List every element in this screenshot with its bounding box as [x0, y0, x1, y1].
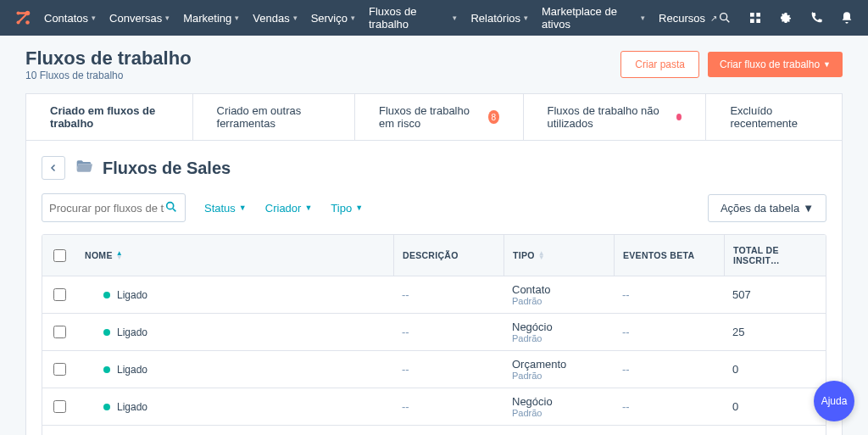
nav-item[interactable]: Conversas▾	[109, 5, 170, 31]
header-name[interactable]: NOME▲▼	[76, 235, 393, 276]
cell-total: 0	[724, 356, 826, 382]
page-title: Fluxos de trabalho	[25, 47, 192, 70]
chevron-down-icon: ▼	[823, 60, 831, 69]
status-dot-icon	[103, 329, 110, 336]
status-label: Ligado	[117, 401, 147, 413]
breadcrumb: Fluxos de Sales	[42, 156, 826, 180]
cell-total: 25	[724, 319, 826, 345]
cell-desc: --	[393, 282, 504, 308]
sort-icon: ▲▼	[538, 251, 545, 259]
header-checkbox-cell	[42, 235, 76, 276]
gear-icon[interactable]	[778, 10, 793, 25]
nav-item[interactable]: Contatos▾	[44, 5, 96, 31]
cell-events: --	[614, 431, 724, 435]
folder-title: Fluxos de Sales	[103, 159, 231, 178]
chevron-down-icon: ▾	[165, 14, 170, 22]
table-row[interactable]: Ligado -- Orçamento Padrão -- 0	[42, 351, 826, 388]
header-events[interactable]: EVENTOS BETA	[614, 235, 724, 276]
nav-item[interactable]: Vendas▾	[253, 5, 297, 31]
filter-dropdown[interactable]: Criador▼	[265, 202, 313, 215]
marketplace-icon[interactable]	[748, 10, 763, 25]
header-type[interactable]: TIPO▲▼	[504, 235, 614, 276]
tab[interactable]: Fluxos de trabalho em risco8	[355, 94, 524, 140]
cell-type: Contato Padrão	[504, 276, 614, 313]
help-fab-button[interactable]: Ajuda	[814, 381, 854, 421]
header-total[interactable]: TOTAL DE INSCRIT…	[724, 235, 826, 276]
cell-total: 0	[724, 393, 826, 420]
table-row[interactable]: Ligado -- Negócio Padrão -- 0	[42, 388, 826, 426]
cell-total: 507	[724, 282, 826, 308]
warning-dot-icon	[676, 114, 682, 120]
nav-item[interactable]: Serviço▾	[311, 5, 355, 31]
status-dot-icon	[103, 292, 110, 298]
table-header-row: NOME▲▼ DESCRIÇÃO TIPO▲▼ EVENTOS BETA TOT…	[42, 235, 826, 276]
create-folder-button[interactable]: Criar pasta	[620, 51, 699, 78]
status-dot-icon	[103, 366, 110, 373]
select-all-checkbox[interactable]	[53, 249, 66, 262]
nav-right-icons	[717, 10, 854, 25]
tab[interactable]: Criado em outras ferramentas	[193, 94, 355, 140]
cell-desc: --	[393, 431, 504, 435]
table-row[interactable]: Ligado -- Negócio Padrão -- 25	[42, 314, 826, 351]
folder-open-icon	[74, 158, 94, 178]
svg-rect-7	[750, 19, 754, 23]
search-wrapper	[42, 193, 186, 222]
table-row[interactable]: Ligado -- Negócio Padrão -- 0	[42, 426, 826, 435]
back-button[interactable]	[42, 156, 65, 180]
chevron-down-icon: ▾	[235, 14, 239, 22]
create-workflow-label: Criar fluxo de trabalho	[720, 59, 820, 70]
cell-type: Negócio Padrão	[504, 388, 614, 425]
cell-total: 0	[724, 431, 826, 435]
phone-icon[interactable]	[809, 10, 824, 25]
chevron-down-icon: ▾	[641, 14, 645, 22]
nav-item[interactable]: Marketplace de ativos▾	[542, 5, 645, 31]
status-label: Ligado	[117, 364, 147, 376]
cell-type: Orçamento Padrão	[504, 351, 614, 388]
table-actions-button[interactable]: Ações da tabela ▼	[708, 194, 826, 222]
chevron-down-icon: ▾	[453, 14, 457, 22]
svg-point-4	[721, 14, 727, 20]
cell-events: --	[614, 393, 724, 420]
table-row[interactable]: Ligado -- Contato Padrão -- 507	[42, 276, 826, 314]
hubspot-logo-icon[interactable]	[14, 8, 32, 27]
nav-item[interactable]: Relatórios▾	[470, 5, 528, 31]
tab[interactable]: Excluído recentemente	[706, 94, 842, 140]
workflows-table: NOME▲▼ DESCRIÇÃO TIPO▲▼ EVENTOS BETA TOT…	[42, 234, 826, 435]
cell-events: --	[614, 282, 724, 308]
chevron-down-icon: ▼	[803, 202, 814, 215]
status-label: Ligado	[117, 289, 147, 301]
nav-item[interactable]: Marketing▾	[183, 5, 239, 31]
row-checkbox[interactable]	[53, 288, 66, 301]
chevron-down-icon: ▾	[351, 14, 355, 22]
cell-desc: --	[393, 319, 504, 345]
search-icon[interactable]	[717, 10, 732, 25]
search-icon[interactable]	[164, 200, 178, 216]
nav-item[interactable]: Fluxos de trabalho▾	[369, 5, 457, 31]
sort-icon: ▲▼	[116, 251, 123, 259]
nav-item[interactable]: Recursos↗	[659, 5, 717, 31]
chevron-down-icon: ▼	[355, 204, 363, 212]
top-navigation: Contatos▾Conversas▾Marketing▾Vendas▾Serv…	[0, 0, 868, 36]
header-desc[interactable]: DESCRIÇÃO	[393, 235, 504, 276]
page-subtitle: 10 Fluxos de trabalho	[25, 70, 192, 81]
search-input[interactable]	[49, 202, 164, 215]
controls-row: Status▼Criador▼Tipo▼ Ações da tabela ▼	[42, 193, 826, 222]
filter-dropdown[interactable]: Tipo▼	[331, 202, 363, 215]
tab[interactable]: Criado em fluxos de trabalho	[26, 94, 193, 140]
chevron-down-icon: ▾	[92, 14, 96, 22]
row-checkbox[interactable]	[53, 400, 66, 413]
cell-events: --	[614, 319, 724, 345]
svg-rect-8	[756, 19, 760, 23]
row-checkbox[interactable]	[53, 326, 66, 338]
chevron-down-icon: ▾	[524, 14, 528, 22]
filter-dropdown[interactable]: Status▼	[204, 202, 247, 215]
row-checkbox[interactable]	[53, 363, 66, 376]
content-panel: Fluxos de Sales Status▼Criador▼Tipo▼ Açõ…	[25, 140, 843, 435]
cell-desc: --	[393, 356, 504, 382]
create-workflow-button[interactable]: Criar fluxo de trabalho ▼	[708, 52, 843, 77]
status-dot-icon	[103, 404, 110, 410]
bell-icon[interactable]	[839, 10, 854, 25]
tab[interactable]: Fluxos de trabalho não utilizados	[524, 94, 707, 140]
nav-menu: Contatos▾Conversas▾Marketing▾Vendas▾Serv…	[44, 5, 717, 31]
chevron-down-icon: ▾	[293, 14, 298, 22]
